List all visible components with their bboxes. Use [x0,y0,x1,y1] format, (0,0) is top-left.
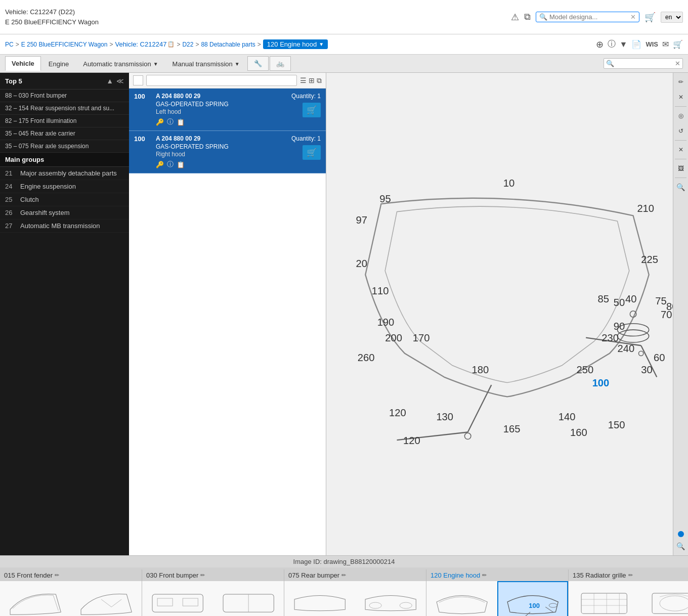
edit-icon-0[interactable]: ✏ [55,572,59,579]
zoom-out-btn[interactable]: 🔍 [675,540,687,552]
svg-rect-42 [152,594,203,612]
doc-btn[interactable]: 📄 [631,39,641,49]
svg-text:95: 95 [379,193,391,204]
sidebar-item-3[interactable]: 35 – 045 Rear axle carrier [0,127,129,140]
main-group-27[interactable]: 27 Automatic MB transmission [0,219,129,233]
svg-text:170: 170 [413,332,430,343]
svg-text:160: 160 [570,427,587,438]
thumb-group-3: 120 Engine hood ✏ 100 [426,569,569,616]
info-btn[interactable]: ⓘ [608,39,616,50]
sidebar-item-4[interactable]: 35 – 075 Rear axle suspension [0,140,129,153]
clear-search-button[interactable]: ✕ [630,13,636,21]
main-group-24[interactable]: 24 Engine suspension [0,180,129,193]
edit-diagram-btn[interactable]: ✏ [675,76,687,88]
thumb-0-1[interactable] [71,581,142,616]
svg-point-60 [660,596,688,611]
expand-btn[interactable]: ⧉ [317,76,322,85]
image-id-bar: Image ID: drawing_B88120000214 [0,556,688,567]
thumb-1-0[interactable] [142,581,213,616]
filter-btn[interactable]: ▼ [620,40,628,49]
tab-vehicle[interactable]: Vehicle [5,56,41,71]
svg-rect-53 [581,593,627,613]
cross-btn[interactable]: ✕ [675,144,687,156]
breadcrumb-c212247[interactable]: Vehicle: C212247 📋 [115,40,175,48]
breadcrumb-d22[interactable]: D22 [182,41,193,48]
svg-text:100: 100 [529,602,540,609]
thumb-1-1[interactable] [213,581,284,616]
tab-search-clear[interactable]: ✕ [675,60,680,67]
cart-breadcrumb-btn[interactable]: 🛒 [673,39,683,49]
zoom-in-breadcrumb-btn[interactable]: ⊕ [596,39,604,50]
auto-trans-dropdown-icon: ▼ [153,61,158,67]
svg-text:60: 60 [654,352,665,363]
svg-text:20: 20 [356,258,368,269]
zoom-in-btn[interactable]: 🔍 [675,181,687,193]
thumb-2-0[interactable] [284,581,355,616]
warning-button[interactable]: ⚠ [511,12,519,23]
tool-separator-3 [675,159,686,159]
history-btn[interactable]: ↺ [675,125,687,137]
sidebar-item-0[interactable]: 88 – 030 Front bumper [0,90,129,102]
sidebar-item-2[interactable]: 82 – 175 Front illumination [0,115,129,127]
mail-btn[interactable]: ✉ [662,39,669,49]
tab-extra-1[interactable]: 🔧 [247,56,269,71]
breadcrumb-88[interactable]: 88 Detachable parts [201,41,255,48]
edit-icon-1[interactable]: ✏ [200,572,205,579]
tab-search-input[interactable] [614,60,675,67]
edit-icon-2[interactable]: ✏ [341,572,346,579]
svg-text:165: 165 [503,423,521,434]
wis-btn[interactable]: WIS [646,40,658,48]
tool-separator-4 [675,178,686,178]
minimize-btn[interactable]: ≪ [116,77,124,85]
thumb-3-1[interactable]: 100 [497,581,568,616]
part-row-0[interactable]: 100 A 204 880 00 29 GAS-OPERATED SPRING … [129,89,326,131]
copy-button[interactable]: ⧉ [524,12,531,22]
image-btn[interactable]: 🖼 [675,162,687,174]
breadcrumb-current[interactable]: 120 Engine hood ▼ [263,39,328,49]
add-to-cart-btn-0[interactable]: 🛒 [303,103,321,117]
edit-icon-4[interactable]: ✏ [628,572,633,579]
copy-small-icon: 📋 [167,41,175,48]
language-select[interactable]: en de fr [661,12,683,23]
part-info-icon-0[interactable]: ⓘ [167,117,174,126]
thumb-4-1[interactable] [639,581,688,616]
cart-button[interactable]: 🛒 [644,12,656,23]
part-row-1[interactable]: 100 A 204 880 00 29 GAS-OPERATED SPRING … [129,131,326,173]
svg-text:90: 90 [614,321,625,332]
parts-search-input[interactable] [146,75,297,86]
grid-view-btn[interactable]: ⊞ [309,76,315,85]
sidebar-list: 88 – 030 Front bumper 32 – 154 Rear susp… [0,90,129,555]
part-key-icon-0[interactable]: 🔑 [156,117,164,126]
edit-icon-3[interactable]: ✏ [482,572,487,579]
main-group-25[interactable]: 25 Clutch [0,193,129,206]
main-group-26[interactable]: 26 Gearshift system [0,206,129,219]
tab-auto-trans[interactable]: Automatic transmission ▼ [76,57,164,71]
model-search-input[interactable] [549,13,630,21]
thumb-0-0[interactable] [0,581,71,616]
part-icons-1: 🔑 ⓘ 📋 [156,160,287,169]
parts-panel: ☰ ⊞ ⧉ 100 A 204 880 00 29 GAS-OPERATED S… [129,73,326,555]
breadcrumb-pc[interactable]: PC [5,41,14,48]
thumb-2-1[interactable] [355,581,426,616]
part-doc-icon-1[interactable]: 📋 [177,160,185,169]
thumb-3-0[interactable] [426,581,497,616]
circle-view-btn[interactable]: ◎ [675,110,687,122]
tab-extra-2[interactable]: 🚲 [270,56,291,71]
breadcrumb-vehicle[interactable]: E 250 BlueEFFICIENCY Wagon [21,41,108,48]
main-group-21[interactable]: 21 Major assembly detachable parts [0,167,129,180]
sidebar-item-1[interactable]: 32 – 154 Rear suspension strut and su... [0,102,129,115]
model-search-box: 🔍 ✕ [536,12,639,22]
tab-engine[interactable]: Engine [42,57,75,71]
list-view-btn[interactable]: ☰ [300,76,307,85]
part-sub-0: Left hood [156,108,287,115]
thumb-4-0[interactable] [569,581,639,616]
add-to-cart-btn-1[interactable]: 🛒 [303,145,321,160]
part-key-icon-1[interactable]: 🔑 [156,160,164,169]
collapse-btn[interactable]: ▲ [106,77,113,85]
color-picker[interactable] [133,75,143,85]
part-info-icon-1[interactable]: ⓘ [167,160,174,169]
close-diagram-btn[interactable]: ✕ [675,91,687,103]
part-pos-0: 100 [134,93,152,100]
part-doc-icon-0[interactable]: 📋 [177,117,185,126]
tab-manual-trans[interactable]: Manual transmission ▼ [166,57,246,71]
